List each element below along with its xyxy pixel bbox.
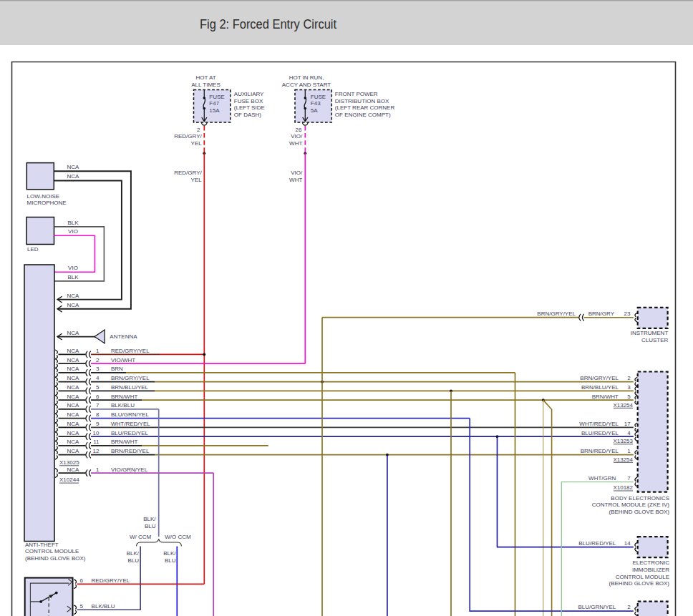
svg-text:BLU/GRN/YEL: BLU/GRN/YEL	[111, 411, 149, 418]
svg-text:YEL: YEL	[191, 140, 203, 147]
svg-text:WHT/GRN: WHT/GRN	[588, 475, 616, 481]
svg-text:10: 10	[93, 430, 100, 436]
svg-text:X13253: X13253	[613, 438, 633, 444]
svg-text:23: 23	[624, 311, 631, 317]
svg-text:NCA: NCA	[67, 173, 80, 180]
svg-text:BRN/WHT: BRN/WHT	[592, 393, 619, 400]
svg-text:FRONT POWER: FRONT POWER	[335, 91, 378, 97]
svg-text:AUXILIARY: AUXILIARY	[234, 91, 264, 97]
svg-text:BRN/WHT: BRN/WHT	[111, 393, 137, 400]
svg-text:8: 8	[96, 411, 100, 418]
svg-text:LOW-NOISE: LOW-NOISE	[27, 193, 60, 200]
svg-text:OF DASH): OF DASH)	[234, 112, 262, 118]
svg-text:5A: 5A	[311, 107, 318, 114]
svg-text:NCA: NCA	[67, 302, 80, 308]
svg-text:VIO/GRN/YEL: VIO/GRN/YEL	[111, 466, 148, 473]
svg-text:6: 6	[96, 393, 100, 400]
svg-text:4: 4	[627, 430, 631, 436]
svg-text:BLU/RED/YEL: BLU/RED/YEL	[578, 540, 616, 547]
svg-text:X13254: X13254	[613, 402, 633, 409]
svg-text:WHT: WHT	[289, 140, 302, 147]
svg-text:VIO: VIO	[68, 265, 78, 271]
svg-text:BLU: BLU	[165, 557, 176, 564]
svg-text:BLK/: BLK/	[163, 550, 176, 557]
svg-text:2: 2	[96, 357, 100, 363]
svg-text:OF ENGINE COMPT): OF ENGINE COMPT)	[335, 112, 391, 118]
svg-text:CLUSTER: CLUSTER	[641, 337, 669, 343]
svg-text:ACCY AND START: ACCY AND START	[282, 82, 331, 88]
svg-text:ELECTRONIC: ELECTRONIC	[632, 559, 669, 566]
svg-text:1: 1	[96, 348, 100, 354]
svg-text:BLK/: BLK/	[127, 550, 140, 557]
svg-text:BRN/BLU/YEL: BRN/BLU/YEL	[111, 384, 149, 391]
svg-text:(LEFT REAR CORNER: (LEFT REAR CORNER	[335, 104, 395, 111]
svg-text:BLU/GRN/YEL: BLU/GRN/YEL	[578, 604, 616, 610]
svg-text:VIO/: VIO/	[291, 170, 303, 176]
svg-text:NCA: NCA	[67, 448, 80, 454]
svg-text:VIO/: VIO/	[291, 133, 303, 140]
svg-text:CONTROL MODULE: CONTROL MODULE	[616, 574, 669, 580]
svg-text:NCA: NCA	[67, 348, 80, 354]
svg-text:1: 1	[627, 448, 631, 454]
svg-text:CONTROL MODULE (ZKE IV): CONTROL MODULE (ZKE IV)	[592, 502, 669, 508]
svg-text:7: 7	[96, 402, 100, 409]
svg-text:YEL: YEL	[191, 177, 203, 183]
svg-text:BRN/GRY/YEL: BRN/GRY/YEL	[580, 375, 619, 381]
svg-text:9: 9	[96, 421, 100, 427]
svg-text:BRN/RED/YEL: BRN/RED/YEL	[111, 448, 150, 454]
svg-text:NCA: NCA	[67, 293, 80, 299]
svg-text:15A: 15A	[209, 107, 220, 114]
svg-text:WHT: WHT	[289, 177, 302, 183]
svg-text:ALL TIMES: ALL TIMES	[191, 82, 220, 88]
svg-text:BLU/RED/YEL: BLU/RED/YEL	[111, 430, 149, 436]
svg-text:IMMOBILIZER: IMMOBILIZER	[632, 567, 669, 573]
svg-text:NCA: NCA	[67, 430, 80, 436]
svg-text:CONTROL MODULE: CONTROL MODULE	[25, 548, 79, 554]
svg-text:NCA: NCA	[67, 384, 80, 391]
svg-text:X13254: X13254	[613, 456, 633, 463]
svg-text:1: 1	[96, 466, 100, 473]
svg-text:HOT IN RUN,: HOT IN RUN,	[289, 74, 324, 81]
svg-text:X10244: X10244	[59, 476, 79, 483]
svg-text:ANTI-THEFT: ANTI-THEFT	[25, 542, 59, 548]
svg-text:VIO: VIO	[68, 228, 78, 235]
svg-text:NCA: NCA	[67, 411, 80, 418]
svg-text:NCA: NCA	[67, 330, 80, 336]
svg-text:BRN/GRY/YEL: BRN/GRY/YEL	[111, 375, 150, 381]
svg-text:NCA: NCA	[67, 164, 80, 170]
svg-text:26: 26	[296, 127, 302, 133]
svg-text:BLK/: BLK/	[143, 516, 156, 522]
svg-text:X13025: X13025	[59, 459, 79, 466]
svg-text:W/O CCM: W/O CCM	[165, 534, 191, 540]
svg-text:(BEHIND GLOVE BOX): (BEHIND GLOVE BOX)	[25, 555, 86, 562]
svg-text:17: 17	[624, 421, 631, 427]
svg-text:BRN/GRY/YEL: BRN/GRY/YEL	[537, 311, 576, 317]
svg-text:F47: F47	[209, 100, 219, 107]
svg-text:2: 2	[627, 604, 631, 610]
svg-text:11: 11	[93, 439, 100, 445]
svg-text:(LEFT SIDE: (LEFT SIDE	[234, 104, 265, 111]
svg-text:6: 6	[80, 577, 84, 584]
svg-text:INSTRUMENT: INSTRUMENT	[631, 330, 669, 336]
svg-text:BLK: BLK	[67, 220, 79, 226]
svg-text:NCA: NCA	[67, 393, 80, 400]
svg-text:NCA: NCA	[67, 466, 80, 473]
svg-text:5: 5	[627, 393, 631, 400]
svg-text:DISTRIBUTION BOX: DISTRIBUTION BOX	[335, 98, 389, 104]
svg-text:RED/GRY/YEL: RED/GRY/YEL	[111, 348, 150, 354]
svg-text:(BEHIND GLOVE BOX): (BEHIND GLOVE BOX)	[609, 580, 670, 587]
svg-text:NCA: NCA	[67, 421, 80, 427]
svg-text:(BEHIND GLOVE BOX): (BEHIND GLOVE BOX)	[609, 509, 670, 515]
svg-text:Fig 2: Forced Entry Circuit: Fig 2: Forced Entry Circuit	[200, 17, 336, 31]
svg-text:5: 5	[96, 384, 100, 391]
svg-text:BRN/RED/YEL: BRN/RED/YEL	[581, 448, 619, 454]
svg-text:RED/GRY/: RED/GRY/	[174, 170, 202, 176]
svg-text:2: 2	[197, 127, 200, 133]
svg-text:W/ CCM: W/ CCM	[130, 534, 152, 540]
svg-text:RED/GRY/YEL: RED/GRY/YEL	[92, 577, 130, 584]
svg-text:FUSE: FUSE	[209, 94, 224, 100]
svg-text:ANTENNA: ANTENNA	[110, 333, 137, 340]
svg-text:BLU/RED/YEL: BLU/RED/YEL	[581, 430, 619, 436]
svg-text:WHT/RED/YEL: WHT/RED/YEL	[579, 421, 619, 427]
svg-text:3: 3	[96, 366, 100, 372]
